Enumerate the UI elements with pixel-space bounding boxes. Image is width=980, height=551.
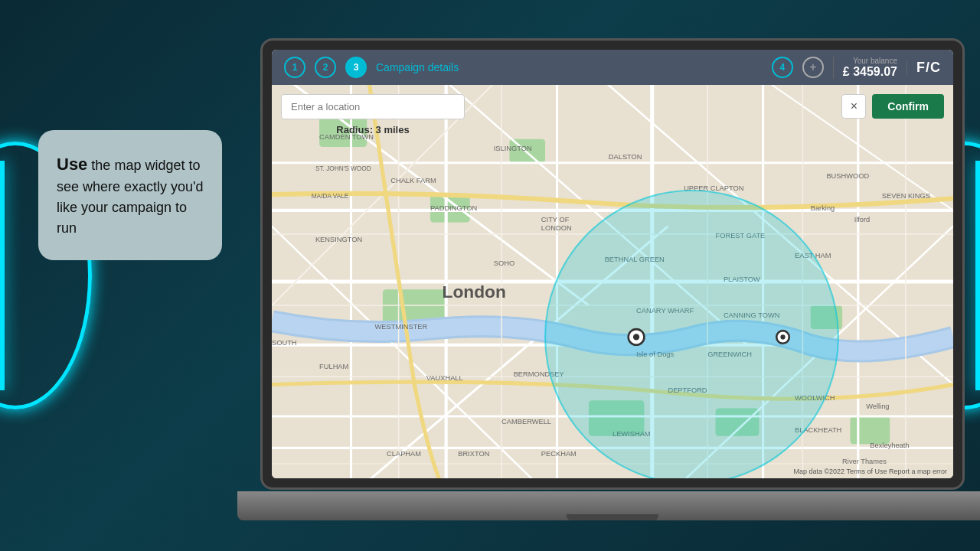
step-1[interactable]: 1	[284, 57, 305, 78]
location-input[interactable]	[281, 94, 465, 119]
svg-text:DALSTON: DALSTON	[609, 153, 642, 161]
svg-text:SOUTH: SOUTH	[272, 339, 297, 347]
svg-text:BUSHWOOD: BUSHWOOD	[826, 172, 869, 180]
svg-rect-8	[850, 416, 890, 444]
app-header: 1 2 3 Campaign details 4 + Your	[272, 50, 953, 85]
step-2[interactable]: 2	[315, 57, 336, 78]
logo: F/C	[906, 60, 941, 76]
svg-text:VAUXHALL: VAUXHALL	[426, 374, 463, 382]
map-container: London CAMDEN TOWN KENSINGTON FULHAM CHA…	[272, 85, 953, 478]
svg-point-80	[545, 191, 838, 478]
svg-text:MAIDA VALE: MAIDA VALE	[312, 193, 349, 200]
laptop-screen: 1 2 3 Campaign details 4 + Your	[272, 50, 953, 478]
svg-text:WESTMINSTER: WESTMINSTER	[375, 323, 428, 331]
add-button[interactable]: +	[802, 57, 824, 78]
step-4[interactable]: 4	[772, 57, 793, 78]
svg-text:ISLINGTON: ISLINGTON	[494, 145, 532, 152]
svg-text:KENSINGTON: KENSINGTON	[315, 236, 362, 243]
map-action-bar: × Confirm	[841, 94, 944, 119]
map-footer-text: Map data ©2022 Terms of Use Report a map…	[793, 468, 947, 475]
svg-text:Ilford: Ilford	[854, 216, 871, 223]
svg-text:Bexleyheath: Bexleyheath	[870, 442, 909, 449]
svg-text:CLAPHAM: CLAPHAM	[387, 450, 421, 458]
svg-text:Welling: Welling	[866, 403, 889, 410]
map-footer: Map data ©2022 Terms of Use Report a map…	[793, 468, 947, 475]
svg-text:BRIXTON: BRIXTON	[458, 450, 489, 458]
svg-text:LONDON: LONDON	[541, 224, 572, 232]
confirm-button[interactable]: Confirm	[872, 94, 944, 119]
svg-text:CHALK FARM: CHALK FARM	[390, 177, 436, 184]
svg-text:London: London	[443, 282, 506, 302]
balance-label: Your balance	[843, 57, 897, 65]
svg-text:SEVEN KINGS: SEVEN KINGS	[882, 192, 930, 200]
campaign-details-label: Campaign details	[376, 61, 763, 73]
svg-text:ST. JOHN'S WOOD: ST. JOHN'S WOOD	[315, 165, 371, 172]
svg-point-84	[780, 334, 785, 339]
balance-section: Your balance £ 3459.07	[833, 57, 897, 79]
plus-icon: +	[809, 60, 816, 74]
header-right: + Your balance £ 3459.07 F/C	[802, 57, 941, 79]
balance-amount: £ 3459.07	[843, 65, 897, 79]
step-3-active[interactable]: 3	[345, 57, 367, 78]
svg-text:PADDINGTON: PADDINGTON	[430, 204, 477, 212]
svg-point-82	[633, 334, 639, 340]
map-controls: Radius: 3 miles	[281, 94, 465, 135]
info-card: Use the map widget to see where exactly …	[38, 130, 222, 260]
laptop: 1 2 3 Campaign details 4 + Your	[260, 38, 965, 520]
svg-text:Barking: Barking	[811, 204, 835, 212]
svg-text:CITY OF: CITY OF	[541, 216, 570, 223]
radius-label: Radius: 3 miles	[281, 124, 465, 135]
svg-text:SOHO: SOHO	[494, 259, 514, 267]
svg-text:CAMBERWELL: CAMBERWELL	[501, 418, 551, 425]
close-button[interactable]: ×	[841, 94, 866, 119]
laptop-bezel: 1 2 3 Campaign details 4 + Your	[260, 38, 965, 490]
close-icon: ×	[851, 99, 858, 113]
info-card-bold: Use	[57, 155, 87, 174]
laptop-base	[237, 491, 980, 520]
map-svg: London CAMDEN TOWN KENSINGTON FULHAM CHA…	[272, 85, 953, 478]
svg-text:River Thames: River Thames	[842, 458, 887, 465]
svg-text:FULHAM: FULHAM	[319, 363, 348, 370]
svg-text:PECKHAM: PECKHAM	[541, 450, 577, 458]
